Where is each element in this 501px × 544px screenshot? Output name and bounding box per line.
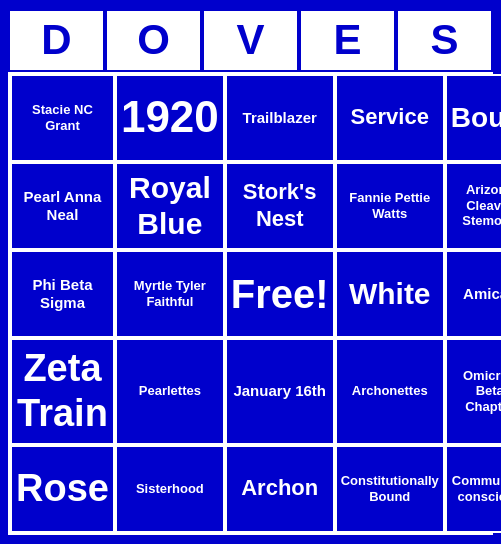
cell-r0-c0: Stacie NC Grant — [10, 74, 115, 162]
cell-r1-c0: Pearl Anna Neal — [10, 162, 115, 250]
cell-r3-c4: Omicron Beta Chapter — [445, 338, 501, 445]
cell-r4-c2: Archon — [225, 445, 335, 533]
cell-r1-c1: Royal Blue — [115, 162, 225, 250]
bingo-header: DOVES — [8, 9, 493, 71]
cell-r0-c2: Trailblazer — [225, 74, 335, 162]
cell-r0-c3: Service — [335, 74, 445, 162]
cell-r3-c2: January 16th — [225, 338, 335, 445]
cell-r1-c2: Stork's Nest — [225, 162, 335, 250]
cell-r3-c3: Archonettes — [335, 338, 445, 445]
header-letter: S — [396, 9, 493, 71]
cell-r4-c0: Rose — [10, 445, 115, 533]
header-letter: E — [299, 9, 396, 71]
header-letter: V — [202, 9, 299, 71]
cell-r4-c4: Community-conscious — [445, 445, 501, 533]
cell-r0-c1: 1920 — [115, 74, 225, 162]
cell-r4-c3: Constitutionally Bound — [335, 445, 445, 533]
cell-r2-c0: Phi Beta Sigma — [10, 250, 115, 338]
cell-r4-c1: Sisterhood — [115, 445, 225, 533]
cell-r3-c1: Pearlettes — [115, 338, 225, 445]
cell-r2-c3: White — [335, 250, 445, 338]
bingo-grid: Stacie NC Grant1920TrailblazerServiceBou… — [8, 72, 493, 535]
cell-r2-c2: Free! — [225, 250, 335, 338]
cell-r1-c4: Arizona Cleaver Stemons — [445, 162, 501, 250]
cell-r3-c0: Zeta Train — [10, 338, 115, 445]
header-letter: O — [105, 9, 202, 71]
cell-r2-c4: Amicae — [445, 250, 501, 338]
header-letter: D — [8, 9, 105, 71]
cell-r0-c4: Boule — [445, 74, 501, 162]
cell-r2-c1: Myrtle Tyler Faithful — [115, 250, 225, 338]
cell-r1-c3: Fannie Pettie Watts — [335, 162, 445, 250]
bingo-card: DOVES Stacie NC Grant1920TrailblazerServ… — [0, 1, 501, 542]
